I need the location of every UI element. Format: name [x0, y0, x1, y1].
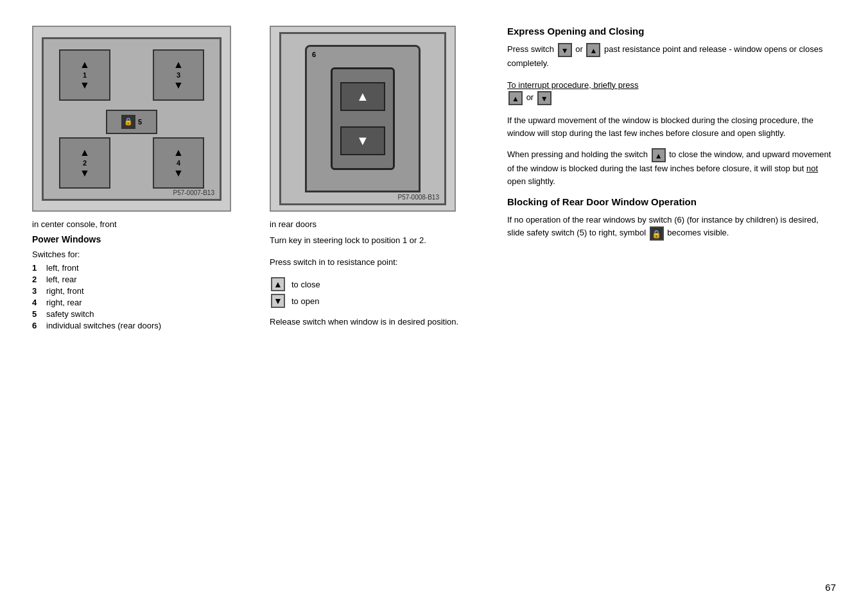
left-caption: in center console, front: [32, 219, 250, 229]
list-item-3: 3 right, front: [32, 286, 250, 296]
list-label-4: right, rear: [46, 298, 82, 307]
list-num-2: 2: [32, 275, 41, 284]
list-item-2: 2 left, rear: [32, 275, 250, 284]
switch-open-icon: ▲: [586, 43, 600, 57]
up-arrow-1: ▲: [80, 60, 90, 70]
power-windows-title: Power Windows: [32, 234, 250, 244]
interrupt-para: To interrupt procedure, briefly press ▲ …: [507, 79, 836, 106]
multi-switch-panel: ▲ 1 ▼ ▲ 3 ▼ 🔒 5 ▲ 2: [42, 37, 221, 201]
blocking-para: If no operation of the rear windows by s…: [507, 214, 836, 241]
express-para1-intro: Press switch: [507, 44, 554, 54]
safety-icon: 🔒: [121, 115, 135, 129]
list-item-5: 5 safety switch: [32, 309, 250, 319]
instruction-1: Turn key in steering lock to position 1 …: [270, 234, 475, 247]
left-column: ▲ 1 ▼ ▲ 3 ▼ 🔒 5 ▲ 2: [32, 26, 250, 586]
list-label-1: left, front: [46, 263, 79, 273]
list-num-3: 3: [32, 286, 41, 296]
blocking-title-text: Blocking of Rear Door Window Operation: [507, 196, 697, 207]
left-diagram-code: P57-0007-B13: [173, 189, 215, 196]
list-num-6: 6: [32, 321, 41, 330]
list-item-6: 6 individual switches (rear doors): [32, 321, 250, 330]
page-number: 67: [825, 582, 836, 593]
holding-intro: When pressing and holding the switch: [507, 149, 648, 159]
down-arrow-2: ▼: [80, 168, 90, 178]
door-switch-up: ▲: [340, 82, 385, 111]
switch-3: ▲ 3 ▼: [153, 49, 204, 101]
switch-2: ▲ 2 ▼: [59, 137, 110, 189]
list-label-6: individual switches (rear doors): [46, 321, 161, 330]
switch-close-icon: ▼: [558, 43, 572, 57]
middle-diagram: ▲ ▼ 6 P57-0008-B13: [270, 26, 456, 212]
list-num-4: 4: [32, 298, 41, 307]
express-para1-cont: past resistance point and release - wind…: [507, 44, 822, 68]
express-title: Express Opening and Closing: [507, 26, 836, 37]
switch-4: ▲ 4 ▼: [153, 137, 204, 189]
middle-diagram-label: 6: [312, 51, 316, 58]
safety-symbol-icon: 🔒: [650, 226, 664, 241]
interrupt-icon-2: ▼: [537, 91, 551, 105]
page-container: ▲ 1 ▼ ▲ 3 ▼ 🔒 5 ▲ 2: [0, 0, 868, 612]
list-item-4: 4 right, rear: [32, 298, 250, 307]
interrupt-intro: To interrupt procedure, briefly press: [507, 80, 638, 90]
switch-1: ▲ 1 ▼: [59, 49, 110, 101]
up-arrow-2: ▲: [80, 148, 90, 158]
to-close-row: ▲ to close: [270, 277, 475, 291]
list-label-2: left, rear: [46, 275, 77, 284]
express-para1: Press switch ▼ or ▲ past resistance poin…: [507, 43, 836, 70]
instruction-3: Release switch when window is in desired…: [270, 316, 475, 328]
to-open-row: ▼ to open: [270, 294, 475, 308]
door-inner: ▲ ▼ 6: [305, 45, 421, 192]
door-diagram: ▲ ▼ 6 P57-0008-B13: [279, 32, 446, 205]
up-arrow-4: ▲: [173, 148, 184, 158]
holding-end: open slightly.: [507, 176, 555, 186]
instruction-2: Press switch in to resistance point:: [270, 256, 475, 269]
right-column: Express Opening and Closing Press switch…: [494, 26, 836, 586]
close-open-symbols: ▲ to close ▼ to open: [270, 277, 475, 308]
down-arrow-1: ▼: [80, 80, 90, 90]
door-window-switch: ▲ ▼: [331, 67, 395, 170]
open-arrow-icon: ▼: [271, 294, 285, 308]
switch-4-label: 4: [177, 159, 180, 167]
door-switch-down: ▼: [340, 126, 385, 155]
express-or-1: or: [575, 44, 583, 54]
switch-list: 1 left, front 2 left, rear 3 right, fron…: [32, 263, 250, 330]
interrupt-icon-1: ▲: [508, 91, 523, 105]
middle-column: ▲ ▼ 6 P57-0008-B13 in rear doors Turn ke…: [270, 26, 475, 586]
list-label-5: safety switch: [46, 309, 94, 319]
express-or-2: or: [526, 92, 534, 102]
down-arrow-4: ▼: [173, 168, 184, 178]
list-num-5: 5: [32, 309, 41, 319]
up-arrow-3: ▲: [173, 60, 184, 70]
list-label-3: right, front: [46, 286, 84, 296]
switch-1-label: 1: [83, 71, 87, 79]
to-open-label: to open: [291, 296, 319, 306]
to-close-label: to close: [291, 280, 320, 289]
down-arrow-3: ▼: [173, 80, 184, 90]
list-num-1: 1: [32, 263, 41, 273]
switch-2-label: 2: [83, 159, 87, 167]
blocking-para-end: becomes visible.: [667, 228, 729, 237]
list-item-1: 1 left, front: [32, 263, 250, 273]
switch-3-label: 3: [177, 71, 180, 79]
switches-intro: Switches for:: [32, 250, 250, 259]
middle-caption: in rear doors: [270, 219, 475, 229]
holding-switch-icon: ▲: [652, 148, 666, 162]
blocked-para: If the upward movement of the window is …: [507, 114, 836, 139]
close-arrow-icon: ▲: [271, 277, 285, 291]
holding-para: When pressing and holding the switch ▲ t…: [507, 148, 836, 187]
safety-switch-label: 5: [138, 118, 142, 126]
safety-switch-5: 🔒 5: [106, 110, 157, 134]
blocking-title: Blocking of Rear Door Window Operation: [507, 196, 836, 207]
middle-diagram-code: P57-0008-B13: [398, 194, 440, 201]
left-diagram: ▲ 1 ▼ ▲ 3 ▼ 🔒 5 ▲ 2: [32, 26, 231, 212]
not-text: not: [806, 164, 818, 173]
